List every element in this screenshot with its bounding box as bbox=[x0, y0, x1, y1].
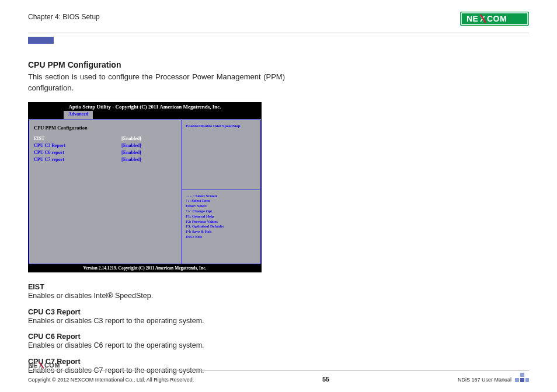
bios-key-line: Enter: Select bbox=[186, 204, 257, 209]
header-rule bbox=[28, 33, 529, 33]
footer-squares-icon bbox=[515, 372, 529, 383]
bios-row-value: [Enabled] bbox=[121, 149, 141, 156]
bios-utility-title: Aptio Setup Utility - Copyright (C) 2011… bbox=[29, 103, 261, 111]
bios-row-value: [Enabled] bbox=[121, 156, 141, 163]
bios-key-line: +/-: Change Opt. bbox=[186, 209, 257, 214]
bios-key-line: F4: Save & Exit bbox=[186, 229, 257, 235]
desc-text: Enables or disables C3 report to the ope… bbox=[28, 316, 332, 326]
bios-row-c7[interactable]: CPU C7 report [Enabled] bbox=[34, 156, 177, 163]
section-intro: This section is used to configure the Pr… bbox=[28, 72, 285, 94]
bios-row-label: EIST bbox=[34, 135, 121, 142]
bios-key-line: F1: General Help bbox=[186, 214, 257, 219]
bios-key-line: ↑↓: Select Item bbox=[186, 198, 257, 204]
bios-row-label: CPU C7 report bbox=[34, 156, 121, 163]
bios-tab-advanced[interactable]: Advanced bbox=[64, 111, 93, 119]
bios-version-bar: Version 2.14.1219. Copyright (C) 2011 Am… bbox=[29, 264, 261, 272]
desc-text: Enables or disables Intel® SpeedStep. bbox=[28, 291, 332, 301]
bios-tab-bar: Advanced bbox=[29, 111, 261, 119]
bios-row-label: CPU C6 report bbox=[34, 149, 121, 156]
svg-text:NE: NE bbox=[29, 362, 38, 369]
bios-row-eist[interactable]: EIST [Enabled] bbox=[34, 135, 177, 142]
page-footer: NE X COM Copyright © 2012 NEXCOM Interna… bbox=[28, 361, 529, 383]
bios-key-line: ESC: Exit bbox=[186, 235, 257, 240]
desc-eist: EIST Enables or disables Intel® SpeedSte… bbox=[28, 283, 332, 301]
bios-main-pane: CPU PPM Configuration EIST [Enabled] CPU… bbox=[29, 120, 182, 264]
desc-label: EIST bbox=[28, 283, 332, 291]
bios-help-pane: Enable/Disable Intel SpeedStep bbox=[182, 120, 261, 190]
page-tab-stub bbox=[28, 37, 54, 44]
svg-rect-13 bbox=[525, 378, 529, 382]
desc-c6: CPU C6 Report Enables or disables C6 rep… bbox=[28, 332, 332, 351]
svg-rect-12 bbox=[520, 373, 524, 377]
bios-key-line: F3: Optimized Defaults bbox=[186, 224, 257, 229]
footer-manual: NDiS 167 User Manual bbox=[458, 377, 511, 383]
bios-row-label: CPU C3 Report bbox=[34, 142, 121, 149]
svg-text:COM: COM bbox=[487, 14, 507, 23]
bios-key-line: F2: Previous Values bbox=[186, 219, 257, 225]
bios-key-legend: →←: Select Screen ↑↓: Select Item Enter:… bbox=[182, 190, 261, 264]
bios-key-line: →←: Select Screen bbox=[186, 194, 257, 199]
chapter-title: Chapter 4: BIOS Setup bbox=[28, 12, 100, 21]
bios-row-c3[interactable]: CPU C3 Report [Enabled] bbox=[34, 142, 177, 149]
svg-rect-11 bbox=[520, 378, 524, 382]
nexcom-logo-small: NE X COM bbox=[28, 361, 69, 369]
page-number: 55 bbox=[322, 376, 329, 383]
page-header: Chapter 4: BIOS Setup NE X COM bbox=[28, 12, 529, 32]
bios-panel: Aptio Setup Utility - Copyright (C) 2011… bbox=[28, 102, 262, 272]
desc-label: CPU C6 Report bbox=[28, 332, 332, 341]
bios-row-value: [Enabled] bbox=[121, 135, 141, 142]
nexcom-logo: NE X COM bbox=[460, 12, 529, 26]
desc-c3: CPU C3 Report Enables or disables C3 rep… bbox=[28, 308, 332, 326]
desc-label: CPU C3 Report bbox=[28, 308, 332, 316]
section-title: CPU PPM Configuration bbox=[28, 60, 529, 69]
footer-copyright: Copyright © 2012 NEXCOM International Co… bbox=[28, 377, 194, 383]
svg-text:NE: NE bbox=[467, 14, 478, 23]
bios-config-heading: CPU PPM Configuration bbox=[34, 125, 177, 131]
svg-text:COM: COM bbox=[44, 362, 60, 369]
svg-rect-10 bbox=[515, 378, 519, 382]
desc-text: Enables or disables C6 report to the ope… bbox=[28, 341, 332, 351]
bios-row-c6[interactable]: CPU C6 report [Enabled] bbox=[34, 149, 177, 156]
bios-row-value: [Enabled] bbox=[121, 142, 141, 149]
